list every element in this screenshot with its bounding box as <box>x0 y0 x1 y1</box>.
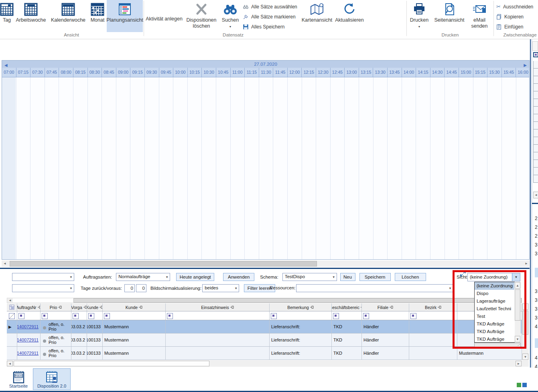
row-selector-cell[interactable] <box>7 347 17 360</box>
tab-disposition[interactable]: Disposition 2.0 <box>33 368 71 390</box>
sicht-dropdown-item[interactable]: Test <box>475 313 514 320</box>
column-pin-icon[interactable] <box>230 305 234 309</box>
timeline-scroll-right-icon[interactable]: ► <box>523 261 530 267</box>
table-top-hscrollbar[interactable]: ◄ <box>7 298 522 303</box>
column-pin-icon[interactable] <box>438 305 441 309</box>
table-filter-cell[interactable] <box>71 311 87 320</box>
column-header-einsatzhinweis[interactable]: Einsatzhinweis <box>166 303 270 311</box>
filter-box-icon[interactable] <box>333 313 339 319</box>
table-bottom-hscrollbar[interactable]: ◄ ► <box>7 360 529 367</box>
table-corner-button[interactable] <box>7 303 17 311</box>
table-filter-cell[interactable] <box>362 311 409 320</box>
column-pin-icon[interactable] <box>310 305 314 309</box>
column-header-vorgabe[interactable]: Vorga <box>71 303 87 311</box>
table-vscroll-thumb[interactable] <box>522 311 528 335</box>
mini-filter-box-icon[interactable] <box>533 52 538 57</box>
column-header-filiale[interactable]: Filiale <box>362 303 409 311</box>
suchen-button[interactable]: Suchen ▼ <box>219 0 241 32</box>
dropdown-scroll-thumb[interactable] <box>515 289 520 321</box>
sicht-dropdown-arrow-icon[interactable]: ▼ <box>512 273 520 281</box>
drucken-dropdown-arrow-icon[interactable]: ▼ <box>418 24 421 30</box>
column-pin-icon[interactable] <box>99 305 103 309</box>
table-row[interactable]: ▶ 140072911 offen, o. Prio 03.03.2 10013… <box>7 320 522 333</box>
ressourcen-filter-combobox[interactable]: ▼ <box>296 284 453 292</box>
auftragsarten-combobox[interactable]: Normalaufträge▼ <box>116 273 170 281</box>
tag-button[interactable]: Tag <box>0 0 14 32</box>
filter-box-icon[interactable] <box>363 313 369 319</box>
table-scroll-up-icon[interactable]: ▲ <box>522 303 528 310</box>
table-filter-cell[interactable] <box>41 311 71 320</box>
monat-button[interactable]: Monat <box>88 0 107 32</box>
aktivitaet-anlegen-button[interactable]: Aktivität anlegen <box>145 0 183 36</box>
column-pin-icon[interactable] <box>58 305 62 309</box>
table-hscroll-thumb[interactable] <box>14 361 209 366</box>
filter-box-icon[interactable] <box>104 313 110 319</box>
sicht-dropdown-item[interactable]: Laufzettel Techni <box>475 305 514 313</box>
column-header-kunde-nr[interactable]: Kunde <box>87 303 103 311</box>
auftragsnr-link[interactable]: 140072911 <box>17 324 39 329</box>
filter-box-icon[interactable] <box>42 313 48 319</box>
column-header-bezirk[interactable]: Bezirk <box>409 303 457 311</box>
sicht-dropdown-item[interactable]: Dispo <box>475 290 514 297</box>
email-senden-button[interactable]: eMail senden <box>468 0 491 32</box>
pane-splitter[interactable] <box>0 268 530 269</box>
row-selector-cell[interactable] <box>7 333 17 346</box>
kartenansicht-button[interactable]: Kartenansicht <box>300 0 333 32</box>
column-header-kunde[interactable]: Kunde <box>103 303 166 311</box>
neu-button[interactable]: Neu <box>340 273 355 281</box>
sicht-dropdown-item[interactable]: Lageraufträge <box>475 297 514 305</box>
table-scroll-left-icon[interactable]: ◄ <box>7 361 13 366</box>
bildschirmaktualisierung-combobox[interactable]: beides▼ <box>202 284 239 292</box>
table-row[interactable]: 140072911 offen, o. Prio 03.03.2 100133 … <box>7 347 522 360</box>
column-header-auftragsnr[interactable]: AuftragsNr <box>17 303 41 311</box>
column-header-prio[interactable]: Prio <box>41 303 71 311</box>
column-header-geschaeftsbereich[interactable]: Geschäftsbereic <box>332 303 362 311</box>
sicht-dropdown-item[interactable]: TKD Aufträge <box>475 320 514 328</box>
planungsansicht-button[interactable]: Planungsansicht <box>107 0 143 32</box>
tab-startseite[interactable]: TODAY Startseite <box>6 370 31 390</box>
sicht-dropdown-scrollbar[interactable]: ▲ ▼ <box>515 282 521 343</box>
seitenansicht-button[interactable]: Seitenansicht <box>431 0 468 32</box>
filter-box-icon[interactable] <box>410 313 416 319</box>
table-filter-cell[interactable] <box>7 311 17 320</box>
kopieren-button[interactable]: Kopieren <box>495 12 538 22</box>
filter-combobox-1[interactable]: ▼ <box>12 273 74 281</box>
filter-box-icon[interactable] <box>18 313 24 319</box>
alle-saetze-auswaehlen-button[interactable]: Alle Sätze auswählen <box>241 2 300 12</box>
table-scroll-down-icon[interactable]: ▼ <box>522 354 528 360</box>
ausschneiden-button[interactable]: ✂ Ausschneiden <box>495 2 538 12</box>
dropdown-scroll-up-icon[interactable]: ▲ <box>515 282 520 289</box>
auftragsnr-link[interactable]: 140072911 <box>17 351 39 356</box>
column-pin-icon[interactable] <box>83 305 87 309</box>
filter-combobox-2[interactable]: ▼ <box>12 284 74 292</box>
filter-box-icon[interactable] <box>167 313 173 319</box>
mini-scroll-left-icon[interactable]: ◄ <box>533 192 538 198</box>
einfuegen-button[interactable]: Einfügen <box>495 22 538 32</box>
auftragsnr-link[interactable]: 140072911 <box>17 337 39 342</box>
table-top-scroll-left-icon[interactable]: ◄ <box>7 298 13 303</box>
table-filter-cell[interactable] <box>166 311 270 320</box>
column-header-bemerkung[interactable]: Bemerkung <box>270 303 332 311</box>
alle-saetze-markieren-button[interactable]: Alle Sätze markieren <box>241 12 300 22</box>
timeline-scroll-left-icon[interactable]: ◄ <box>2 261 8 267</box>
filter-box-icon[interactable] <box>73 313 79 319</box>
table-filter-cell[interactable] <box>332 311 362 320</box>
column-pin-icon[interactable] <box>390 305 393 309</box>
column-pin-icon[interactable] <box>38 305 41 309</box>
filter-box-icon[interactable] <box>88 313 94 319</box>
sicht-dropdown-item[interactable]: TKD Aufträge <box>475 335 514 343</box>
dispositionen-loeschen-button[interactable]: Dispositionen löschen <box>183 0 219 32</box>
row-selector-cell[interactable]: ▶ <box>7 320 17 333</box>
table-filter-cell[interactable] <box>270 311 332 320</box>
alles-speichern-button[interactable]: Alles Speichern <box>241 22 300 32</box>
speichern-button[interactable]: Speichern <box>359 273 391 281</box>
table-top-hscroll-thumb[interactable] <box>73 298 522 303</box>
table-scroll-right-icon[interactable]: ► <box>516 361 522 366</box>
timeline-hscrollbar[interactable]: ◄ ► <box>2 261 530 267</box>
timeline-hscroll-thumb[interactable] <box>10 261 317 267</box>
right-pane-splitter[interactable] <box>530 39 531 381</box>
column-pin-icon[interactable] <box>139 305 142 309</box>
tage-voraus-input[interactable]: 0 <box>136 284 146 292</box>
filter-box-icon[interactable] <box>271 313 277 319</box>
table-filter-cell[interactable] <box>17 311 41 320</box>
